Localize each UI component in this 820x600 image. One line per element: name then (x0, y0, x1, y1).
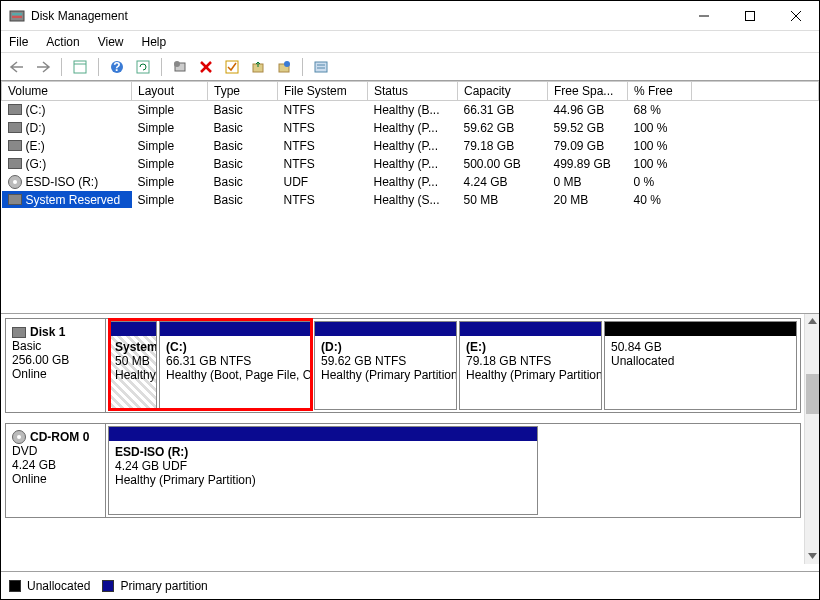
disk-name: CD-ROM 0 (30, 430, 89, 444)
volume-table[interactable]: VolumeLayoutTypeFile SystemStatusCapacit… (1, 81, 819, 209)
partition[interactable]: (C:)66.31 GB NTFSHealthy (Boot, Page Fil… (159, 321, 312, 410)
disk-icon (8, 158, 22, 169)
back-button[interactable] (6, 56, 28, 78)
menu-help[interactable]: Help (142, 35, 167, 49)
svg-point-19 (284, 61, 290, 67)
column-header[interactable]: % Free (628, 82, 692, 101)
svg-rect-1 (12, 13, 22, 15)
action1-icon[interactable] (247, 56, 269, 78)
disk-row: CD-ROM 0DVD4.24 GBOnlineESD-ISO (R:)4.24… (5, 423, 801, 518)
help-icon[interactable]: ? (106, 56, 128, 78)
legend-primary-swatch (102, 580, 114, 592)
volume-name: (D:) (26, 121, 46, 135)
column-header[interactable]: Layout (132, 82, 208, 101)
svg-text:?: ? (113, 60, 120, 74)
disk-name: Disk 1 (30, 325, 65, 339)
svg-point-13 (174, 61, 180, 67)
menu-action[interactable]: Action (46, 35, 79, 49)
scrollbar[interactable] (804, 314, 819, 564)
svg-rect-16 (226, 61, 238, 73)
cd-icon (12, 430, 26, 444)
disk-label[interactable]: CD-ROM 0DVD4.24 GBOnline (6, 424, 106, 517)
svg-rect-2 (12, 16, 22, 18)
app-icon (9, 8, 25, 24)
table-row[interactable]: (C:)SimpleBasicNTFSHealthy (B...66.31 GB… (2, 101, 819, 120)
partition[interactable]: (D:)59.62 GB NTFSHealthy (Primary Partit… (314, 321, 457, 410)
disk-row: Disk 1Basic256.00 GBOnlineSystem50 MBHea… (5, 318, 801, 413)
maximize-button[interactable] (727, 1, 773, 31)
check-icon[interactable] (221, 56, 243, 78)
table-row[interactable]: (E:)SimpleBasicNTFSHealthy (P...79.18 GB… (2, 137, 819, 155)
disk-icon (8, 140, 22, 151)
column-header[interactable]: Type (208, 82, 278, 101)
table-row[interactable]: System ReservedSimpleBasicNTFSHealthy (S… (2, 191, 819, 209)
minimize-button[interactable] (681, 1, 727, 31)
column-header[interactable]: Capacity (458, 82, 548, 101)
show-hide-icon[interactable] (69, 56, 91, 78)
menu-bar: File Action View Help (1, 31, 819, 53)
disk-icon (8, 194, 22, 205)
column-header[interactable]: Volume (2, 82, 132, 101)
legend-primary-label: Primary partition (120, 579, 207, 593)
window-title: Disk Management (31, 9, 681, 23)
table-row[interactable]: (G:)SimpleBasicNTFSHealthy (P...500.00 G… (2, 155, 819, 173)
volume-name: System Reserved (26, 193, 121, 207)
menu-view[interactable]: View (98, 35, 124, 49)
volume-name: (E:) (26, 139, 45, 153)
refresh-icon[interactable] (132, 56, 154, 78)
settings-icon[interactable] (169, 56, 191, 78)
table-row[interactable]: ESD-ISO (R:)SimpleBasicUDFHealthy (P...4… (2, 173, 819, 191)
column-header[interactable]: Status (368, 82, 458, 101)
partition-title: (E:) (466, 340, 595, 354)
disk-map-panel: Disk 1Basic256.00 GBOnlineSystem50 MBHea… (1, 314, 819, 564)
svg-rect-7 (74, 61, 86, 73)
legend-unallocated-swatch (9, 580, 21, 592)
disk-icon (8, 122, 22, 133)
disk-icon (12, 327, 26, 338)
title-bar: Disk Management (1, 1, 819, 31)
toolbar: ? (1, 53, 819, 81)
column-header[interactable]: Free Spa... (548, 82, 628, 101)
forward-button[interactable] (32, 56, 54, 78)
properties-icon[interactable] (310, 56, 332, 78)
menu-file[interactable]: File (9, 35, 28, 49)
partition-title: System (115, 340, 150, 354)
legend-unallocated-label: Unallocated (27, 579, 90, 593)
svg-rect-4 (746, 11, 755, 20)
svg-rect-20 (315, 62, 327, 72)
delete-icon[interactable] (195, 56, 217, 78)
svg-rect-11 (137, 61, 149, 73)
disk-icon (8, 104, 22, 115)
cd-icon (8, 175, 22, 189)
close-button[interactable] (773, 1, 819, 31)
partition[interactable]: System50 MBHealthy (108, 321, 157, 410)
action2-icon[interactable] (273, 56, 295, 78)
partition[interactable]: 50.84 GBUnallocated (604, 321, 797, 410)
column-header[interactable]: File System (278, 82, 368, 101)
partition[interactable]: ESD-ISO (R:)4.24 GB UDFHealthy (Primary … (108, 426, 538, 515)
legend: Unallocated Primary partition (1, 571, 819, 599)
volume-name: (C:) (26, 103, 46, 117)
volume-name: ESD-ISO (R:) (26, 175, 99, 189)
partition[interactable]: (E:)79.18 GB NTFSHealthy (Primary Partit… (459, 321, 602, 410)
volume-name: (G:) (26, 157, 47, 171)
volume-list-panel: VolumeLayoutTypeFile SystemStatusCapacit… (1, 81, 819, 314)
partition-title: ESD-ISO (R:) (115, 445, 531, 459)
partition-title: (C:) (166, 340, 305, 354)
partition-title: (D:) (321, 340, 450, 354)
disk-label[interactable]: Disk 1Basic256.00 GBOnline (6, 319, 106, 412)
table-row[interactable]: (D:)SimpleBasicNTFSHealthy (P...59.62 GB… (2, 119, 819, 137)
